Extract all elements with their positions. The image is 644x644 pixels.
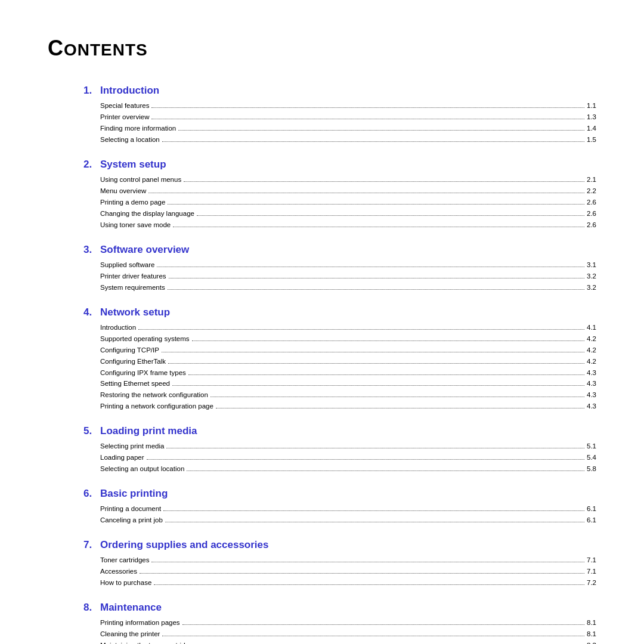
item-page: 4.3 (587, 378, 596, 389)
section-items-6: Printing a document6.1Canceling a print … (100, 503, 596, 526)
item-label: Special features (100, 100, 149, 112)
item-page: 4.2 (587, 333, 596, 345)
item-label: Printer driver features (100, 271, 166, 282)
toc-item: Finding more information1.4 (100, 123, 596, 134)
toc-section-7: 7. Ordering supplies and accessoriesTone… (83, 539, 596, 589)
section-number-5: 5. (83, 425, 100, 437)
toc-section-6: 6. Basic printingPrinting a document6.1C… (83, 488, 596, 526)
item-page: 2.6 (587, 219, 596, 231)
item-label: Selecting print media (100, 441, 164, 452)
item-page: 2.2 (587, 185, 596, 197)
item-page: 7.1 (587, 566, 596, 577)
item-dots (148, 193, 584, 193)
section-items-1: Special features1.1Printer overview1.3Fi… (100, 100, 596, 145)
item-dots (173, 227, 584, 227)
section-number-3: 3. (83, 244, 100, 256)
item-dots (197, 215, 584, 216)
item-dots (168, 289, 584, 290)
section-heading-7: 7. Ordering supplies and accessories (83, 539, 596, 551)
item-page: 1.4 (587, 123, 596, 134)
section-heading-5: 5. Loading print media (83, 425, 596, 437)
item-dots (192, 340, 584, 341)
section-items-2: Using control panel menus2.1Menu overvie… (100, 174, 596, 231)
item-dots (182, 624, 584, 625)
item-page: 4.3 (587, 401, 596, 412)
section-title-8: Maintenance (100, 602, 162, 614)
item-label: Configuring IPX frame types (100, 367, 186, 379)
item-dots (154, 584, 584, 585)
item-page: 5.8 (587, 463, 596, 475)
toc-item: Configuring TCP/IP4.2 (100, 345, 596, 356)
item-page: 8.1 (587, 628, 596, 640)
section-items-5: Selecting print media5.1Loading paper5.4… (100, 441, 596, 475)
item-label: Printing information pages (100, 617, 180, 628)
item-page: 5.1 (587, 441, 596, 452)
toc-item: Supplied software3.1 (100, 259, 596, 271)
toc-item: Setting Ethernet speed4.3 (100, 378, 596, 389)
toc-item: Selecting an output location5.8 (100, 463, 596, 475)
section-number-6: 6. (83, 488, 100, 500)
section-number-4: 4. (83, 306, 100, 318)
section-items-3: Supplied software3.1Printer driver featu… (100, 259, 596, 293)
item-page: 4.3 (587, 389, 596, 401)
item-dots (166, 448, 584, 448)
toc-item: Selecting a location1.5 (100, 134, 596, 145)
item-page: 1.1 (587, 100, 596, 112)
section-heading-2: 2. System setup (83, 159, 596, 171)
item-label: Introduction (100, 322, 136, 333)
section-title-6: Basic printing (100, 488, 168, 500)
toc-section-8: 8. MaintenancePrinting information pages… (83, 602, 596, 644)
item-dots (178, 130, 584, 131)
item-label: Setting Ethernet speed (100, 378, 170, 389)
section-title-3: Software overview (100, 244, 189, 256)
item-page: 2.6 (587, 208, 596, 219)
toc-item: Configuring EtherTalk4.2 (100, 356, 596, 367)
toc-item: Toner cartridges7.1 (100, 555, 596, 566)
item-dots (151, 107, 584, 108)
item-label: Maintaining the toner cartridge (100, 640, 193, 644)
item-page: 6.1 (587, 515, 596, 526)
item-label: Supported operating systems (100, 333, 190, 345)
toc-item: Using control panel menus2.1 (100, 174, 596, 185)
item-dots (216, 408, 584, 408)
toc-item: Printer driver features3.2 (100, 271, 596, 282)
item-page: 1.3 (587, 112, 596, 123)
item-dots (188, 374, 584, 375)
item-dots (163, 510, 584, 511)
section-heading-3: 3. Software overview (83, 244, 596, 256)
item-label: Toner cartridges (100, 555, 149, 566)
item-dots (168, 363, 584, 364)
page-title: CONTENTS (48, 36, 596, 61)
section-title-7: Ordering supplies and accessories (100, 539, 269, 551)
toc-item: Introduction4.1 (100, 322, 596, 333)
item-label: Accessories (100, 566, 137, 577)
item-page: 5.4 (587, 452, 596, 463)
section-title-5: Loading print media (100, 425, 197, 437)
item-label: Supplied software (100, 259, 154, 271)
item-label: Loading paper (100, 452, 144, 463)
toc-section-3: 3. Software overviewSupplied software3.1… (83, 244, 596, 293)
item-dots (184, 181, 584, 182)
item-dots (187, 470, 584, 471)
toc-item: Restoring the network configuration4.3 (100, 389, 596, 401)
title-text: CONTENTS (48, 36, 148, 60)
section-heading-4: 4. Network setup (83, 306, 596, 318)
toc-item: How to purchase7.2 (100, 577, 596, 589)
item-page: 3.1 (587, 259, 596, 271)
item-label: Cleaning the printer (100, 628, 160, 640)
item-dots (151, 562, 584, 562)
item-page: 4.3 (587, 367, 596, 379)
item-label: Changing the display language (100, 208, 194, 219)
item-label: System requirements (100, 282, 165, 293)
item-label: Selecting an output location (100, 463, 184, 475)
toc-section-2: 2. System setupUsing control panel menus… (83, 159, 596, 231)
item-label: Printer overview (100, 112, 149, 123)
item-page: 6.1 (587, 503, 596, 515)
item-page: 8.3 (587, 640, 596, 644)
section-heading-8: 8. Maintenance (83, 602, 596, 614)
section-number-2: 2. (83, 159, 100, 171)
item-dots (138, 329, 584, 330)
section-items-4: Introduction4.1Supported operating syste… (100, 322, 596, 413)
toc-item: Printing a network configuration page4.3 (100, 401, 596, 412)
section-number-8: 8. (83, 602, 100, 614)
